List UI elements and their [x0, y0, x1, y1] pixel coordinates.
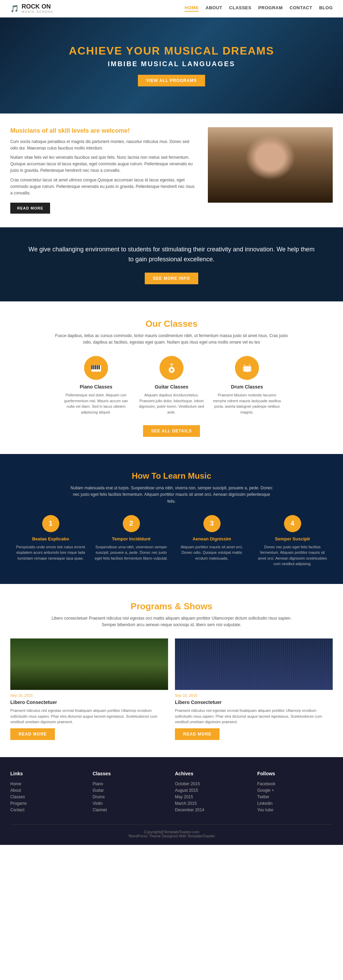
program-text-1: Praesent ridiculus nisl egestas orcmat t…	[10, 708, 168, 725]
piano-class-desc: Pellentesque sed dolor. Aliquam con guef…	[62, 392, 130, 415]
footer-class-clarinet[interactable]: Clarinet	[93, 808, 168, 812]
classes-grid: Piano Classes Pellentesque sed dolor. Al…	[10, 356, 333, 415]
footer-wordpress: 'WordPress' Theme Designed With Template…	[128, 834, 215, 838]
step-2: 2 Tempor Incididunt Suspendisse urna nib…	[94, 515, 168, 567]
footer-bottom: Copyright@TemplateToaster.com 'WordPress…	[10, 824, 333, 838]
program-image-1	[10, 638, 168, 690]
footer-class-violin[interactable]: Violin	[93, 801, 168, 806]
step-1-num: 1	[42, 515, 59, 532]
footer-social-google[interactable]: Google +	[257, 788, 333, 793]
footer-link-about[interactable]: About	[10, 788, 86, 793]
step-4-desc: Donec nec justo eget felis facilisis fer…	[255, 544, 329, 567]
drum-class-desc: Praesent tiibulum molestie lacueno menyh…	[213, 392, 281, 415]
program-date-2: Sep 15, 2015	[175, 693, 333, 697]
piano-icon	[84, 356, 108, 380]
step-2-title: Tempor Incididunt	[94, 536, 168, 541]
footer-col-classes: Classes Piano Guitar Drums Violin Clarin…	[93, 771, 168, 814]
logo-main: ROCK ON	[22, 3, 54, 10]
logo-icon: 🎵	[10, 5, 19, 13]
footer-link-programs[interactable]: Progams	[10, 801, 86, 806]
footer-archive-dec[interactable]: December 2014	[175, 808, 250, 812]
footer-archive-aug[interactable]: August 2015	[175, 788, 250, 793]
hero-subtitle: IMBIBE MUSICAL LANGUAGES	[69, 60, 274, 68]
quote-text: We give challanging environment to stude…	[27, 245, 316, 264]
guitar-class-title: Guitar Classes	[137, 384, 206, 390]
footer-social-twitter[interactable]: Twitter	[257, 794, 333, 799]
classes-heading: Our Classes	[10, 318, 333, 329]
svg-rect-1	[91, 365, 93, 369]
hero-content: ACHIEVE YOUR MUSICAL DREAMS IMBIBE MUSIC…	[69, 45, 274, 86]
logo: 🎵 ROCK ON MUSIC SCHOOL	[10, 3, 54, 14]
svg-rect-3	[95, 365, 96, 369]
footer-classes-heading: Classes	[93, 771, 168, 776]
svg-rect-5	[99, 365, 100, 369]
svg-point-15	[243, 369, 251, 372]
nav-home[interactable]: HOME	[185, 5, 199, 12]
step-3-desc: Aliquam porttitor mauris sit amet orci. …	[175, 544, 249, 561]
footer-grid: Links Home About Classes Progams Contact…	[10, 771, 333, 814]
classes-section: Our Classes Fusce dapibus, tellus ac cur…	[0, 301, 343, 454]
guitar-class-desc: Aliquam dapibus tinciduruntetus. Praesen…	[137, 392, 206, 415]
drum-class-title: Drum Classes	[213, 384, 281, 390]
footer-archive-mar[interactable]: March 2015	[175, 801, 250, 806]
step-4-title: Semper Suscipit	[255, 536, 329, 541]
footer-social-facebook[interactable]: Facebook	[257, 781, 333, 786]
step-2-desc: Suspendisse urna nibh, viverranon semper…	[94, 544, 168, 561]
footer-copyright: Copyright@TemplateToaster.com	[144, 830, 199, 834]
footer-col-follows: Follows Facebook Google + Twitter Linked…	[257, 771, 333, 814]
footer-class-piano[interactable]: Piano	[93, 781, 168, 786]
program-read-more-1[interactable]: READ MORE	[10, 728, 55, 740]
quote-section: We give challanging environment to stude…	[0, 228, 343, 301]
hero-section: ACHIEVE YOUR MUSICAL DREAMS IMBIBE MUSIC…	[0, 18, 343, 113]
footer-class-drums[interactable]: Drums	[93, 794, 168, 799]
step-1-desc: Perspiciatis unde omnis iste natus error…	[14, 544, 88, 561]
about-para-3: Cras consectetur lacus sit amet ultrices…	[10, 177, 198, 197]
footer-archives-heading: Achives	[175, 771, 250, 776]
nav-classes[interactable]: CLASSES	[229, 5, 251, 12]
footer-link-contact[interactable]: Contact	[10, 808, 86, 812]
footer-social-youtube[interactable]: You tube	[257, 808, 333, 812]
about-para-1: Cum sociis natoque penatibus et magnis d…	[10, 138, 198, 151]
footer-social-linkedin[interactable]: Linkedin	[257, 801, 333, 806]
svg-rect-2	[93, 365, 94, 369]
svg-line-16	[244, 364, 245, 366]
about-para-2: Nullam vitae felis vel leo venenatis fau…	[10, 154, 198, 174]
footer-follows-heading: Follows	[257, 771, 333, 776]
learn-heading: How To Learn Music	[14, 471, 329, 481]
nav-program[interactable]: PROGRAM	[258, 5, 282, 12]
program-read-more-2[interactable]: READ MORE	[175, 728, 220, 740]
program-card-2: Sep 15, 2015 Libero Consectetuer Praesen…	[175, 638, 333, 740]
nav-blog[interactable]: BLOG	[319, 5, 333, 12]
step-3-title: Aenean Dignissim	[175, 536, 249, 541]
footer-class-guitar[interactable]: Guitar	[93, 788, 168, 793]
programs-grid: Sep 15, 2015 Libero Consectetuer Praesen…	[10, 638, 333, 740]
guitar-icon	[160, 356, 183, 380]
learn-desc: Nullam malesuada erat ut turpis. Suspend…	[69, 485, 274, 505]
about-read-more-button[interactable]: READ MORE	[10, 203, 50, 214]
footer-col-links: Links Home About Classes Progams Contact	[10, 771, 86, 814]
program-text-2: Praesent ridiculus nisl egestas orcmat t…	[175, 708, 333, 725]
footer-archive-may[interactable]: May 2015	[175, 794, 250, 799]
classes-desc: Fusce dapibus, tellus ac cursus commodo,…	[51, 332, 292, 346]
hero-cta-button[interactable]: VIEW ALL PROGRAMS	[138, 75, 205, 86]
site-header: 🎵 ROCK ON MUSIC SCHOOL HOME ABOUT CLASSE…	[0, 0, 343, 18]
step-4-num: 4	[284, 515, 301, 532]
nav-about[interactable]: ABOUT	[206, 5, 222, 12]
learn-section: How To Learn Music Nullam malesuada erat…	[0, 454, 343, 584]
programs-heading: Programs & Shows	[10, 601, 333, 612]
footer-link-home[interactable]: Home	[10, 781, 86, 786]
site-footer: Links Home About Classes Progams Contact…	[0, 757, 343, 845]
learn-steps: 1 Beatae Explicabo Perspiciatis unde omn…	[14, 515, 329, 567]
footer-link-classes[interactable]: Classes	[10, 794, 86, 799]
nav-contact[interactable]: CONTACT	[289, 5, 312, 12]
classes-details-button[interactable]: SEE ALL DETAILS	[143, 425, 200, 437]
step-1: 1 Beatae Explicabo Perspiciatis unde omn…	[14, 515, 88, 567]
hero-title: ACHIEVE YOUR MUSICAL DREAMS	[69, 45, 274, 57]
programs-desc: Libero consectetuer Praesent ridiculus n…	[51, 615, 292, 628]
logo-sub: MUSIC SCHOOL	[22, 10, 54, 14]
class-card-piano: Piano Classes Pellentesque sed dolor. Al…	[62, 356, 130, 415]
step-3: 3 Aenean Dignissim Aliquam porttitor mau…	[175, 515, 249, 567]
footer-archive-oct[interactable]: October 2015	[175, 781, 250, 786]
quote-cta-button[interactable]: SEE MORE INFO	[145, 273, 198, 284]
step-3-num: 3	[203, 515, 220, 532]
